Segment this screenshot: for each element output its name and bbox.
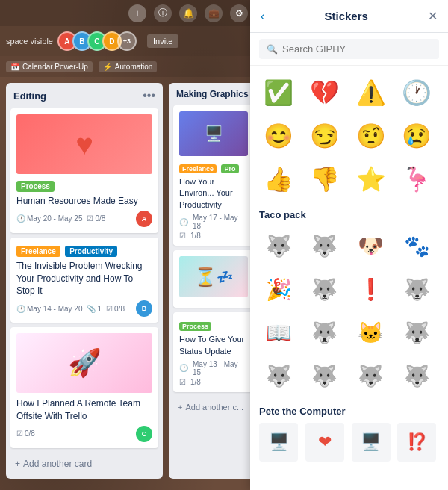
taco-sticker-11[interactable]: 🐱 [352,313,391,352]
sticker-broken-heart[interactable]: 💔 [305,73,344,112]
pete-sticker-2[interactable]: ❤ [305,423,344,462]
card-footer-invisible: 🕐 May 14 - May 20 📎 1 ☑ 0/8 B [16,300,152,317]
list-header-editing: Editing ••• [10,87,158,104]
pete-sticker-3[interactable]: 🖥️ [352,423,391,462]
power-up-bar: 📅 Calendar Power-Up ⚡ Automation [0,56,254,77]
list-title-editing: Editing [13,90,46,102]
card-attachment-invisible: 📎 1 [87,305,102,313]
taco-sticker-14[interactable]: 🐺 [305,356,344,395]
sticker-warning[interactable]: ⚠️ [352,73,391,112]
panel-title: Stickers [324,10,367,22]
card-checklist-invisible: ☑ 0/8 [106,305,125,313]
taco-sticker-3[interactable]: 🐶 [352,226,391,265]
card-remote-team[interactable]: 🚀 How I Planned A Remote Team Offsite Wi… [10,327,158,448]
card-title-remote: How I Planned A Remote Team Offsite With… [16,397,152,423]
plus-icon-2: + [178,403,182,412]
sticker-suspicious[interactable]: 🤨 [352,117,391,155]
taco-sticker-15[interactable]: 🐺 [352,356,391,395]
sticker-flamingo[interactable]: 🦩 [397,160,436,199]
card-status-update[interactable]: Process How To Give Your Status Update 🕐… [173,312,254,392]
tag-process-2: Process [179,322,211,331]
card-meta-hr: 🕐 May 20 - May 25 ☑ 0/8 [16,214,105,223]
tag-process: Process [16,181,55,192]
tag-freelance-2: Freelance [179,164,217,173]
taco-sticker-16[interactable]: 🐺 [397,356,436,395]
calendar-powerup-badge[interactable]: 📅 Calendar Power-Up [6,61,93,72]
add-card-label-2: Add another c... [185,403,243,412]
space-visible-text: space visible [6,37,53,46]
card-footer-hr: 🕐 May 20 - May 25 ☑ 0/8 A [16,211,152,227]
card-avatar-remote: C [136,426,152,442]
taco-sticker-1[interactable]: 🐺 [259,226,298,265]
taco-sticker-8[interactable]: 🐺 [397,270,436,308]
card-title-hr: Human Resources Made Easy [16,195,152,208]
card-image-rocket: 🚀 [16,333,152,393]
card-checklist-remote: ☑ 0/8 [16,429,35,438]
add-button[interactable]: + [128,4,146,22]
clock-icon-3: 🕐 [179,218,188,226]
avatar-count[interactable]: +3 [117,31,137,51]
taco-sticker-4[interactable]: 🐾 [397,226,436,265]
checklist-icon: ☑ [87,214,93,223]
sticker-wink[interactable]: 😏 [305,117,344,155]
add-card-label: Add another card [23,459,92,469]
taco-sticker-6[interactable]: 🐺 [305,270,344,308]
default-stickers-grid: ✅ 💔 ⚠️ 🕐 😊 😏 🤨 😢 👍 👎 ⭐ 🦩 [259,73,439,199]
card-title-status: How To Give Your Status Update [179,334,248,357]
toolbar-icons: + ⓘ 🔔 💼 ⚙ [128,4,248,22]
taco-sticker-12[interactable]: 🐺 [397,313,436,352]
back-button[interactable]: ‹ [261,10,264,23]
sticker-thumbsup[interactable]: 👍 [259,160,298,199]
card-checklist-status: ☑ 1/8 [179,378,248,386]
card-footer-remote: ☑ 0/8 C [16,426,152,442]
list-title-graphics: Making Graphics [176,89,249,99]
close-button[interactable]: ✕ [428,9,438,23]
sticker-sad[interactable]: 😢 [397,117,436,155]
card-human-resources[interactable]: ♥ Process Human Resources Made Easy 🕐 Ma… [10,108,158,233]
automation-badge[interactable]: ⚡ Automation [99,61,158,72]
sticker-thumbsdown[interactable]: 👎 [305,160,344,199]
sticker-clock[interactable]: 🕐 [397,73,436,112]
sticker-checkmark[interactable]: ✅ [259,73,298,112]
pete-computer-title: Pete the Computer [259,406,439,417]
pete-sticker-1[interactable]: 🖥️ [259,423,298,462]
invite-button[interactable]: Invite [147,34,178,48]
taco-sticker-5[interactable]: 🎉 [259,270,298,308]
taco-sticker-13[interactable]: 🐺 [259,356,298,395]
bag-button[interactable]: 💼 [205,4,223,22]
checklist-icon-3: ☑ [16,429,23,438]
card-sleep[interactable]: ⏳ 💤 [173,250,254,308]
add-card-graphics[interactable]: + Add another c... [173,400,254,415]
clock-icon-4: 🕐 [179,364,188,372]
taco-sticker-2[interactable]: 🐺 [305,226,344,265]
zzz-icon: 💤 [217,269,233,285]
card-meta-remote: ☑ 0/8 [16,429,35,438]
taco-pack-title: Taco pack [259,209,439,220]
calendar-powerup-label: Calendar Power-Up [22,63,88,71]
card-title-invisible: The Invisible Problem Wrecking Your Prod… [16,260,152,297]
sticker-star[interactable]: ⭐ [352,160,391,199]
bell-button[interactable]: 🔔 [179,4,197,22]
info-button[interactable]: ⓘ [154,4,172,22]
card-environment[interactable]: 🖥️ Freelance Pro How Your Environ... You… [173,105,254,246]
sticker-smile[interactable]: 😊 [259,117,298,155]
gear-button[interactable]: ⚙ [230,4,248,22]
card-title-env: How Your Environ... Your Productivity [179,176,248,211]
card-invisible-problem[interactable]: Freelance Productivity The Invisible Pro… [10,238,158,323]
taco-sticker-9[interactable]: 📖 [259,313,298,352]
taco-sticker-10[interactable]: 🐺 [305,313,344,352]
calendar-icon: 📅 [10,63,19,71]
pete-sticker-4[interactable]: ⁉️ [397,423,436,462]
tag-freelance: Freelance [16,246,60,257]
list-editing: Editing ••• ♥ Process Human Resources Ma… [6,83,163,479]
lightning-icon: ⚡ [103,63,112,71]
search-icon: 🔍 [267,44,278,55]
taco-sticker-7[interactable]: ❗ [352,270,391,308]
taco-stickers-grid: 🐺 🐺 🐶 🐾 🎉 🐺 ❗ 🐺 📖 🐺 🐱 🐺 🐺 🐺 🐺 🐺 [259,226,439,395]
monitor-icon: 🖥️ [205,125,223,143]
list-menu-editing[interactable]: ••• [143,89,155,102]
clock-icon-2: 🕐 [16,305,25,313]
clock-icon: 🕐 [16,214,25,223]
search-input[interactable] [282,43,432,55]
add-card-editing[interactable]: + Add another card [10,456,158,472]
